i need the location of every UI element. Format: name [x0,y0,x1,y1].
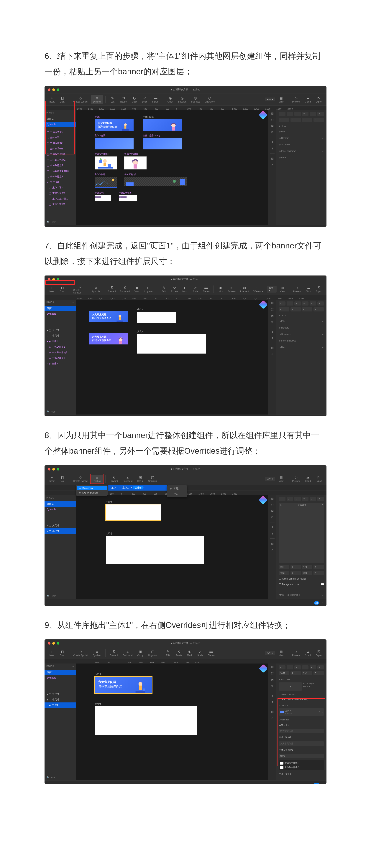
gutter-icon[interactable]: ⬆ [271,147,274,150]
breadcrumb-popup[interactable]: ◈背景1 — 字1 [167,485,188,497]
symbols-page[interactable]: Symbols [45,122,76,127]
gutter-icon[interactable]: ⤢ [271,163,274,166]
symbols-dropdown[interactable]: ◇Document ◇iOS UI Design [76,485,108,496]
layer-item[interactable]: ▢ 主体1/背景1 [45,174,76,179]
gutter-icon[interactable]: ◧ [271,157,274,160]
filter-input[interactable]: 🔍 Filter [45,409,76,414]
mask-button[interactable]: ◐Mask [180,285,190,293]
group-button[interactable]: ▣Group [132,285,142,293]
edit-button[interactable]: ✎Edit [159,285,168,293]
mask-button[interactable]: ◐Mask [130,95,139,104]
override-deco[interactable]: 六大常见问题 [279,741,324,746]
rotate-button[interactable]: ⟲Rotate [118,95,129,104]
y-input[interactable]: 4 [290,671,301,675]
layer-item[interactable]: ▢ 主体2/背景2 [45,163,76,168]
window-controls[interactable] [48,642,59,645]
override-body-option[interactable]: 主体1/主体物1 [280,761,323,765]
zoom-control[interactable]: 35% ▾ [267,286,277,292]
h-input[interactable]: 7 [314,671,324,675]
window-controls[interactable] [48,88,59,91]
add-page-icon[interactable]: ＋ [72,112,74,115]
canvas[interactable]: 六大常见问题自我快速解决办法 小尺寸 六大常见问题自我快速解决办法 大 [76,300,268,414]
symbols-button[interactable]: ⧈Symbols [91,95,103,104]
align-left[interactable]: ⫞ [279,112,285,116]
align-top[interactable]: ⫧ [302,112,309,116]
rotate-button[interactable]: ⟲Rotate [170,285,179,293]
layer-item[interactable]: ▢ 主体2/主体物2 [45,152,76,157]
fix-pos-toggle[interactable]: ☐ Fix position when scrolling [279,698,324,701]
layer-item[interactable]: ▸ ▢ 小尺寸 [45,333,76,339]
layer-item[interactable]: ▸ ◈ 主体2 [45,361,76,366]
gutter-icon[interactable]: ⬚ [271,118,274,121]
gutter-icon[interactable]: ⧉ [272,131,273,134]
canvas[interactable]: 小尺寸 六大常见问题自我快速解决办法 大尺寸 [76,663,268,780]
layer-item[interactable]: ▢ 主体1/装饰1 [45,190,76,196]
symbol-select[interactable]: 主体1Symbols ↗▾ [279,708,324,716]
layer-item[interactable]: ▼ ▢ 主体1 [45,179,76,185]
w-input[interactable]: 170 [302,565,312,569]
override-text[interactable]: 六大常见问题 [279,729,324,734]
union-button[interactable]: ◉Union [166,95,175,104]
y-input[interactable]: 0 [290,565,301,569]
zoom-control[interactable]: 50% ▾ [265,477,276,481]
layer-item[interactable]: ▢ 主体2/文字2 [45,129,76,135]
gutter-icon[interactable]: ▣ [271,124,274,127]
forward-button[interactable]: ⊼Forward [106,285,117,293]
create-symbol-button[interactable]: ◇Create Symbol [72,284,89,295]
difference-button[interactable]: ◌Difference [203,95,217,104]
layer-item[interactable]: ▢ 主体1/背景1 copy [45,168,76,174]
align-middle[interactable]: ⫨ [310,112,316,116]
zoom-control[interactable]: 35% ▾ [265,97,276,101]
x-input[interactable]: 1057 [279,671,289,675]
intersect-button[interactable]: ◍Intersect [190,95,202,104]
adjust-resize-toggle[interactable]: ☐ Adjust content on resize [279,577,324,581]
gutter-icon[interactable]: ⬇ [271,141,274,144]
create-symbol-button[interactable]: ◇Create Symbol [72,95,90,104]
h-input[interactable]: ⊘ [314,565,324,569]
layer-item[interactable]: ▢ 主体1/字1 [45,135,76,140]
data-button[interactable]: ◧Data [57,95,67,104]
edit-button[interactable]: ✎Edit [108,95,117,104]
layer-item[interactable]: ▢ 主体1/装饰1 [45,146,76,152]
page-item[interactable]: 页面 1 [45,116,76,122]
override-body-select[interactable]: None▾ [279,754,324,758]
subtract-button[interactable]: ◎Subtract [176,95,188,104]
x-input[interactable]: 591 [279,565,289,569]
bgcolor-toggle[interactable]: ☐ Background color [279,583,324,586]
align-center[interactable]: ⫠ [287,112,293,116]
flatten-button[interactable]: ▬Flatten [150,95,161,104]
symbols-button[interactable]: ⧈Symbols [90,285,102,293]
cloud-button[interactable]: ☁Cloud [303,95,313,104]
flatten-button[interactable]: ▬Flatten [201,285,211,293]
export-button[interactable]: ⇱Export [314,95,324,104]
symbols-button[interactable]: ⧈Symbols [91,474,103,483]
zoom-control[interactable]: 77% ▾ [265,651,276,655]
window-controls[interactable] [48,278,59,281]
layer-item[interactable]: ▾ ◈ 主体1 [45,339,76,344]
add-page-icon[interactable]: ＋ [72,301,74,304]
layer-item[interactable]: ▢ 主体1/主体物1 [45,157,76,163]
insert-button[interactable]: ＋Insert [47,95,56,104]
layer-item[interactable]: ▢ 主体1/主体物1 [45,196,76,202]
align-bottom[interactable]: ⫩ [317,112,324,116]
scale-button[interactable]: ⤢Scale [191,285,200,293]
layer-item[interactable]: ▢ 主体2/装饰2 [45,140,76,146]
size-preset[interactable]: ◫ Custom ▾ [279,503,324,563]
view-button[interactable]: ▦View [277,95,286,104]
symbols-page[interactable]: Symbols [45,311,76,316]
w-input[interactable]: 392 [302,671,312,675]
data-button[interactable]: ◧Data [57,285,67,293]
filter-input[interactable]: 🔍 Filter [45,219,76,225]
backward-button[interactable]: ⊻Backward [118,285,131,293]
canvas[interactable]: 主体1 六大常见问题自我快速解决办法 主体1 copy 主体1/背景1 [76,110,268,225]
canvas[interactable]: 小尺寸 大尺寸 [76,495,268,599]
ungroup-button[interactable]: ▢Ungroup [143,285,154,293]
breadcrumb-bar[interactable]: 主体▸ 主体1▸ 背景1▸ [108,485,167,491]
scale-button[interactable]: ⤢Scale [140,95,149,104]
gutter-icon[interactable]: ◫ [271,112,274,115]
page-item[interactable]: 页面 1 [45,306,76,311]
layer-item[interactable]: ◈ 主体2/背景2 [45,355,76,361]
window-controls[interactable] [48,468,59,470]
layer-item[interactable]: ◈ 主体2/文字2 [45,344,76,350]
insert-button[interactable]: ＋Insert [47,285,56,293]
